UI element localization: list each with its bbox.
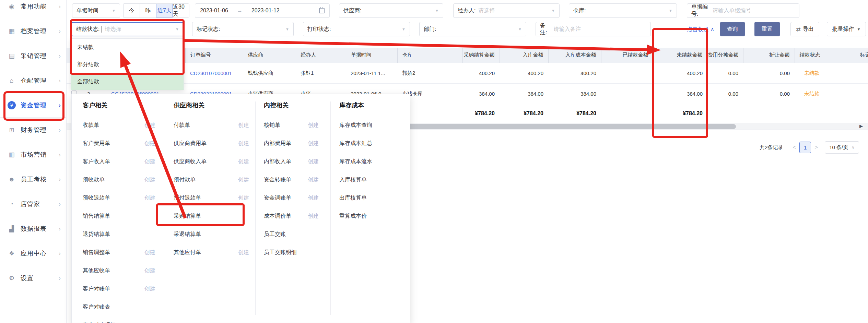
create-link[interactable]: 创建 [238, 140, 249, 147]
sidebar-item[interactable]: ⚙ 设置 › [0, 266, 66, 290]
current-page-button[interactable]: 1 [799, 142, 811, 153]
remark-field[interactable]: 备注: [536, 22, 651, 36]
create-link[interactable]: 创建 [238, 158, 249, 165]
menu-item[interactable]: 供应商费用单 创建 [174, 134, 249, 153]
batch-actions-button[interactable]: 批量操作 ▼ [827, 22, 866, 36]
scroll-right-arrow-icon[interactable]: ▶ [859, 123, 863, 129]
menu-item[interactable]: 预付退款单 创建 [174, 189, 249, 207]
menu-item[interactable]: 库存成本流水 [339, 153, 404, 171]
menu-item[interactable]: 库存成本查询 [339, 116, 404, 134]
doc-no-field[interactable]: 单据编号: [687, 3, 799, 18]
prev-page-button[interactable]: < [789, 144, 799, 151]
menu-item[interactable]: 客户对账表 创建 [83, 298, 155, 316]
menu-item[interactable]: 客户收入单 创建 [83, 153, 155, 171]
menu-item[interactable]: 库存成本汇总 [339, 134, 404, 153]
warehouse-select[interactable]: 仓库: ▼ [569, 3, 677, 18]
settle-status-select[interactable]: 结款状态: 请选择 ▼ [71, 22, 184, 36]
menu-item[interactable]: 采购结算单 创建 [174, 207, 249, 225]
menu-item[interactable]: 核销单 创建 [264, 116, 319, 134]
sidebar-item[interactable]: ☻ 员工考核 › [0, 167, 66, 192]
create-link[interactable]: 创建 [144, 176, 155, 183]
menu-item[interactable]: 重算成本价 [339, 207, 404, 225]
menu-item[interactable]: 客户对账单 创建 [83, 280, 155, 298]
create-link[interactable]: 创建 [308, 176, 319, 183]
quick-range-button[interactable]: 近7天 [156, 4, 173, 17]
menu-item[interactable]: 客户费用单 创建 [83, 134, 155, 153]
order-no-link[interactable]: CD230107000001 [185, 63, 243, 83]
sidebar-item[interactable]: ▟ 数据报表 › [0, 216, 66, 241]
menu-item[interactable]: 资金转账单 创建 [264, 171, 319, 189]
sidebar-item[interactable]: ❖ 应用中心 › [0, 241, 66, 266]
create-link[interactable]: 创建 [144, 140, 155, 147]
page-size-select[interactable]: 10 条/页 ∨ [825, 141, 859, 154]
department-select[interactable]: 部门: ▼ [419, 22, 526, 36]
menu-item[interactable]: 预收退款单 创建 [83, 189, 155, 207]
sidebar-item[interactable]: ▤ 采销管理 › [0, 44, 66, 68]
doc-time-type-select[interactable]: 单据时间 ▼ [72, 3, 120, 18]
remark-input[interactable] [554, 26, 646, 32]
menu-item[interactable]: 其他应收单 创建 [83, 262, 155, 280]
dropdown-option[interactable]: 未结款 [71, 39, 184, 56]
collapse-filters-link[interactable]: 点击收起 ∧ [687, 26, 714, 33]
create-link[interactable]: 创建 [238, 176, 249, 183]
sidebar-item[interactable]: ◉ 常用功能 › [0, 0, 66, 19]
menu-item[interactable]: 客户对账明细 创建 [83, 316, 155, 323]
dropdown-option[interactable]: 部分结款 [71, 56, 184, 73]
menu-item[interactable]: 付款单 创建 [174, 116, 249, 134]
create-link[interactable]: 创建 [144, 285, 155, 292]
doc-no-input[interactable] [713, 8, 795, 14]
sidebar-item[interactable]: ⊞ 财务管理 › [0, 118, 66, 142]
menu-item[interactable]: 资金调账单 创建 [264, 189, 319, 207]
menu-item[interactable]: 出库核算单 [339, 189, 404, 207]
menu-item[interactable]: 成本调价单 创建 [264, 207, 319, 225]
reset-button[interactable]: 重置 [754, 22, 780, 36]
menu-item[interactable]: 销售调整单 创建 [83, 243, 155, 262]
menu-item[interactable]: 内部费用单 创建 [264, 134, 319, 153]
create-link[interactable]: 创建 [308, 194, 319, 202]
sidebar-item[interactable]: ⌂ 仓配管理 › [0, 68, 66, 93]
total-settle-amount: ¥784.20 [462, 104, 500, 123]
handler-select[interactable]: 经办人: 请选择 ▼ [453, 3, 560, 18]
menu-item[interactable]: 预付款单 创建 [174, 171, 249, 189]
next-page-button[interactable]: > [811, 144, 821, 151]
sidebar-item[interactable]: ◔ 店管家 › [0, 192, 66, 216]
create-link[interactable]: 创建 [144, 267, 155, 274]
create-link[interactable]: 创建 [238, 194, 249, 202]
export-button[interactable]: ⇄ 导出 [790, 22, 819, 36]
create-link[interactable]: 创建 [308, 158, 319, 165]
date-range-picker[interactable]: 2023-01-06 → 2023-01-12 [195, 3, 330, 18]
quick-range-button[interactable]: 今 [123, 4, 140, 17]
sidebar-item[interactable]: ▦ 档案管理 › [0, 19, 66, 44]
create-link[interactable]: 创建 [144, 249, 155, 256]
menu-item[interactable]: 预收款单 创建 [83, 171, 155, 189]
search-button[interactable]: 查询 [720, 22, 745, 36]
quick-range-button[interactable]: 昨 [140, 4, 156, 17]
menu-item[interactable]: 员工交账明细 创建 [264, 243, 319, 262]
mark-status-select[interactable]: 标记状态: ▼ [192, 22, 294, 36]
supplier-select[interactable]: 供应商: ▼ [339, 3, 443, 18]
create-link[interactable]: 创建 [238, 122, 249, 129]
menu-item[interactable]: 采退结算单 创建 [174, 225, 249, 243]
menu-item[interactable]: 员工交账 创建 [264, 225, 319, 243]
dropdown-option[interactable]: 全部结款 [71, 73, 184, 90]
menu-item[interactable]: 销售结算单 创建 [83, 207, 155, 225]
menu-item[interactable]: 入库核算单 [339, 171, 404, 189]
menu-item[interactable]: 退货结算单 创建 [83, 225, 155, 243]
menu-item[interactable]: 其他应付单 创建 [174, 243, 249, 262]
print-status-select[interactable]: 打印状态: ▼ [303, 22, 410, 36]
create-link[interactable]: 创建 [308, 140, 319, 147]
create-link[interactable]: 创建 [238, 249, 249, 256]
menu-item[interactable]: 内部收入单 创建 [264, 153, 319, 171]
create-link[interactable]: 创建 [308, 213, 319, 220]
table-row[interactable]: 1 CGJS230107000001 CD230107000001 钱钱供应商 … [67, 63, 868, 83]
menu-item[interactable]: 收款单 创建 [83, 116, 155, 134]
sidebar-item[interactable]: ¥ 资金管理 › [0, 93, 66, 118]
create-link[interactable]: 创建 [308, 122, 319, 129]
menu-item-label: 客户收入单 [83, 158, 110, 165]
quick-range-button[interactable]: 近30天 [173, 4, 189, 17]
create-link[interactable]: 创建 [144, 194, 155, 202]
sidebar-item[interactable]: ▥ 市场营销 › [0, 142, 66, 167]
menu-item[interactable]: 供应商收入单 创建 [174, 153, 249, 171]
create-link[interactable]: 创建 [144, 158, 155, 165]
create-link[interactable]: 创建 [144, 122, 155, 129]
